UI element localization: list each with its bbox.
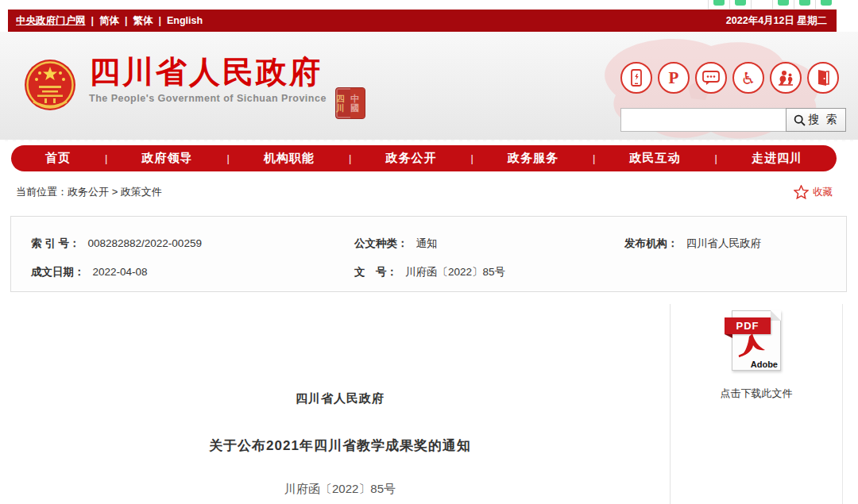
nav-separator: |: [471, 152, 473, 164]
site-title[interactable]: 四川省人民政府: [89, 56, 327, 90]
toolbar-icon[interactable]: [772, 0, 794, 10]
meta-label: 公文种类：: [354, 237, 408, 249]
meta-value: 四川省人民政府: [686, 237, 762, 249]
meta-value: 通知: [416, 237, 438, 249]
breadcrumb-row: 当前位置：政务公开 > 政策文件 收藏: [0, 179, 858, 206]
adobe-label: Adobe: [751, 360, 778, 369]
breadcrumb: 当前位置：政务公开 > 政策文件: [0, 185, 162, 199]
page-fold: [771, 310, 781, 321]
link-english[interactable]: English: [167, 15, 203, 26]
meta-value: 008282882/2022-00259: [88, 237, 202, 249]
download-panel: PDF Adobe 点击下载此文件: [671, 298, 842, 401]
national-emblem-icon: [24, 57, 76, 113]
meta-value: 2022-04-08: [93, 266, 148, 278]
search-bar: 搜 索: [620, 108, 846, 132]
adobe-ribbon-icon: [737, 333, 769, 360]
current-date: 2022年4月12日 星期二: [726, 14, 837, 28]
meta-label: 成文日期：: [31, 266, 85, 278]
document-number: 川府函〔2022〕85号: [10, 482, 670, 497]
site-brand: 四川省人民政府 The People's Government of Sichu…: [89, 56, 327, 104]
document-meta-box: 索 引 号：008282882/2022-00259 公文种类：通知 发布机构：…: [10, 216, 847, 292]
p-platform-icon[interactable]: P: [658, 62, 690, 94]
nav-item-government-leaders[interactable]: 政府领导: [142, 151, 193, 166]
nav-item-home[interactable]: 首页: [45, 151, 71, 166]
meta-label: 文 号：: [354, 266, 397, 278]
nav-item-government-services[interactable]: 政务服务: [508, 151, 558, 166]
link-simplified-chinese[interactable]: 简体: [99, 14, 119, 28]
document-issuer: 四川省人民政府: [10, 391, 670, 406]
meta-label: 索 引 号：: [31, 237, 80, 249]
seal-right-chars: 中國: [350, 88, 365, 118]
meta-issue-date: 成文日期：2022-04-08: [31, 265, 148, 279]
search-icon: [794, 114, 806, 126]
page: 中央政府门户网 | 简体 | 繁体 | English 2022年4月12日 星…: [0, 0, 858, 504]
nav-separator: |: [349, 152, 351, 164]
meta-label: 发布机构：: [624, 237, 678, 249]
favorite-button[interactable]: 收藏: [794, 185, 858, 199]
separator: |: [91, 15, 95, 26]
nav-separator: |: [593, 152, 595, 164]
separator: |: [159, 15, 162, 26]
wheelchair-accessibility-icon[interactable]: ♿: [732, 62, 764, 94]
elderly-care-icon[interactable]: [770, 62, 802, 94]
mobile-icon[interactable]: [620, 62, 652, 94]
meta-issuing-agency: 发布机构：四川省人民政府: [624, 237, 761, 251]
topbar-links: 中央政府门户网 | 简体 | 繁体 | English: [8, 14, 203, 28]
search-input[interactable]: [620, 108, 786, 132]
pdf-file-icon[interactable]: PDF Adobe: [732, 310, 781, 371]
document-title: 关于公布2021年四川省教学成果奖的通知: [10, 437, 670, 455]
site-header: 四川省人民政府 The People's Government of Sichu…: [0, 32, 858, 141]
meta-index-number: 索 引 号：008282882/2022-00259: [31, 237, 202, 251]
star-icon: [794, 185, 809, 199]
link-traditional-chinese[interactable]: 繁体: [133, 14, 153, 28]
p-letter: P: [669, 68, 679, 88]
toolbar-icon[interactable]: [794, 0, 815, 10]
search-button-label: 搜 索: [809, 113, 839, 127]
wheelchair-glyph: ♿: [741, 70, 756, 87]
nav-item-institutional-functions[interactable]: 机构职能: [264, 151, 315, 166]
content-area: 四川省人民政府 关于公布2021年四川省教学成果奖的通知 川府函〔2022〕85…: [10, 298, 847, 504]
toolbar-icon[interactable]: [708, 0, 729, 10]
separator: |: [125, 15, 128, 26]
pdf-banner: PDF: [725, 317, 771, 334]
nav-separator: |: [105, 152, 107, 164]
cutoff-toolbar-icons: [708, 0, 837, 10]
door-login-icon[interactable]: [807, 62, 839, 94]
quick-access-icons: P ♿: [620, 62, 839, 94]
meta-document-type: 公文种类：通知: [354, 237, 438, 251]
breadcrumb-link-disclosure[interactable]: 政务公开: [68, 186, 109, 198]
favorite-label: 收藏: [813, 186, 833, 199]
nav-item-government-affairs-disclosure[interactable]: 政务公开: [386, 151, 437, 166]
breadcrumb-link-policy-documents[interactable]: 政策文件: [121, 186, 162, 198]
toolbar-icon[interactable]: [729, 0, 751, 10]
topbar: 中央政府门户网 | 简体 | 繁体 | English 2022年4月12日 星…: [8, 10, 837, 32]
meta-document-number: 文 号：川府函〔2022〕85号: [354, 265, 505, 279]
nav-item-about-sichuan[interactable]: 走进四川: [752, 151, 802, 166]
nav-separator: |: [715, 152, 717, 164]
seal-left-chars: 四川: [336, 88, 350, 118]
message-bubble-icon[interactable]: [695, 62, 727, 94]
sichuan-seal-icon: 四川 中國: [335, 87, 365, 119]
breadcrumb-separator: >: [112, 186, 118, 198]
breadcrumb-prefix: 当前位置：: [16, 186, 68, 198]
nav-separator: |: [227, 152, 230, 164]
search-button[interactable]: 搜 索: [786, 108, 846, 132]
nav-item-public-interaction[interactable]: 政民互动: [629, 151, 680, 166]
main-nav: 首页 | 政府领导 | 机构职能 | 政务公开 | 政务服务 | 政民互动 | …: [11, 145, 837, 171]
document-body: 四川省人民政府 关于公布2021年四川省教学成果奖的通知 川府函〔2022〕85…: [10, 298, 670, 497]
download-link[interactable]: 点击下载此文件: [671, 387, 842, 401]
link-central-gov-portal[interactable]: 中央政府门户网: [16, 14, 86, 28]
top-strip: [0, 0, 858, 10]
meta-value: 川府函〔2022〕85号: [405, 266, 505, 278]
right-edge-divider: [842, 304, 843, 504]
toolbar-icon[interactable]: [815, 0, 837, 10]
site-subtitle: The People's Government of Sichuan Provi…: [89, 93, 327, 104]
toolbar-icon[interactable]: [751, 0, 772, 10]
